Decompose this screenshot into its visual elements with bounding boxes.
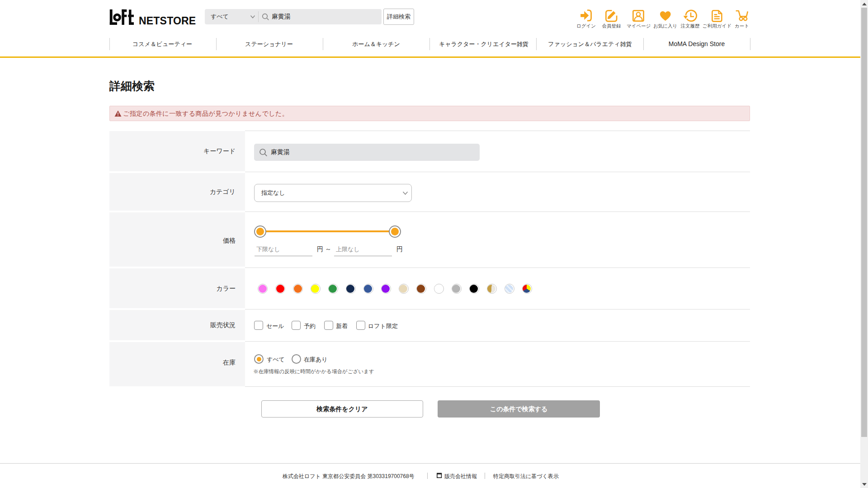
svg-text:NETSTORE: NETSTORE xyxy=(139,15,196,25)
